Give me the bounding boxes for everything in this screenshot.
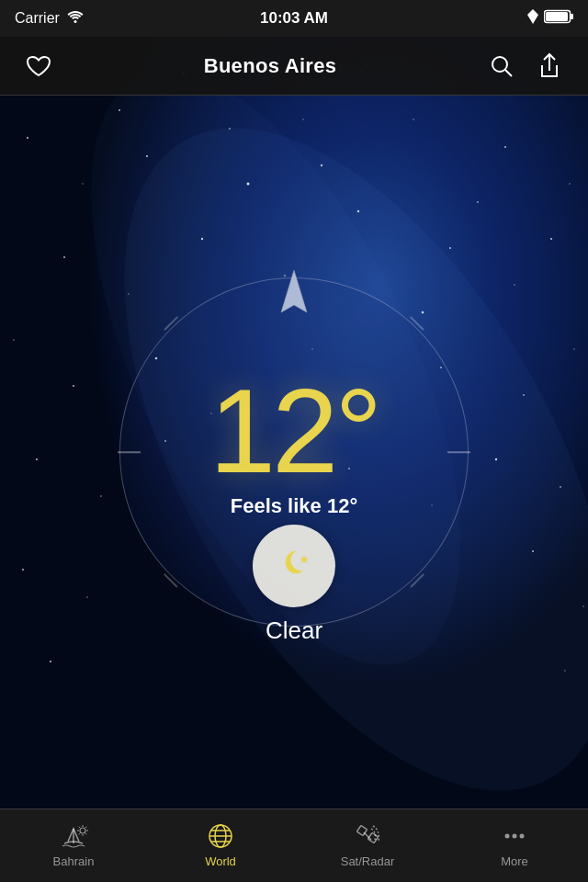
svg-point-78: [505, 834, 510, 839]
tick-bottom-left: [164, 573, 177, 587]
svg-marker-59: [281, 270, 307, 312]
location-icon: [527, 9, 538, 28]
temperature-display: 12°: [209, 371, 379, 491]
carrier-label: Carrier: [15, 10, 60, 27]
world-tab-label: World: [205, 854, 236, 868]
feels-like-display: Feels like 12°: [231, 494, 357, 518]
share-button[interactable]: [529, 46, 570, 86]
svg-rect-2: [571, 14, 573, 19]
svg-line-66: [79, 827, 80, 828]
weather-icon-circle: [253, 525, 335, 607]
battery-icon: [544, 9, 573, 28]
weather-center: 12° Feels like 12°: [209, 371, 379, 518]
tick-left: [118, 451, 141, 453]
main-content: 12° Feels like 12° Clear: [0, 96, 588, 808]
tab-item-bahrain[interactable]: Bahrain: [0, 814, 147, 868]
nav-bar: Buenos Aires: [0, 37, 588, 96]
svg-line-5: [505, 70, 512, 76]
svg-point-79: [513, 834, 517, 839]
svg-point-0: [74, 20, 76, 23]
favorite-button[interactable]: [18, 46, 59, 86]
sat-radar-tab-label: Sat/Radar: [341, 854, 395, 868]
svg-point-61: [80, 828, 85, 833]
more-tab-icon: [500, 821, 529, 851]
bahrain-tab-icon: [59, 821, 88, 851]
tick-bottom-right: [411, 573, 424, 587]
city-title: Buenos Aires: [204, 54, 337, 78]
tab-bar: Bahrain World Sa: [0, 808, 588, 882]
nav-right-buttons: [481, 46, 570, 86]
tab-item-more[interactable]: More: [441, 814, 588, 868]
svg-point-80: [520, 834, 525, 839]
search-button[interactable]: [481, 46, 522, 86]
compass-arrow: [276, 268, 312, 318]
feels-like-label: Feels like: [231, 494, 322, 517]
svg-line-68: [85, 827, 86, 828]
weather-condition: Clear: [253, 616, 335, 645]
status-time: 10:03 AM: [260, 9, 328, 28]
tick-top-right: [411, 317, 424, 331]
more-tab-label: More: [501, 854, 528, 868]
svg-point-4: [492, 57, 507, 72]
bahrain-tab-label: Bahrain: [53, 854, 95, 868]
feels-like-temp: 12°: [327, 494, 357, 517]
wifi-icon: [67, 10, 84, 27]
sat-radar-tab-icon: [353, 821, 382, 851]
compass-container: 12° Feels like 12° Clear: [101, 259, 487, 645]
world-tab-icon: [206, 821, 235, 851]
tab-item-sat-radar[interactable]: Sat/Radar: [294, 814, 441, 868]
svg-rect-3: [546, 12, 568, 21]
tab-item-world[interactable]: World: [147, 814, 294, 868]
status-left: Carrier: [15, 10, 84, 27]
tick-top-left: [164, 317, 177, 331]
status-right: [527, 9, 573, 28]
status-bar: Carrier 10:03 AM: [0, 0, 588, 37]
svg-line-69: [79, 833, 80, 834]
weather-icon-container: Clear: [253, 525, 335, 645]
tick-right: [447, 451, 470, 453]
svg-line-67: [85, 833, 86, 834]
